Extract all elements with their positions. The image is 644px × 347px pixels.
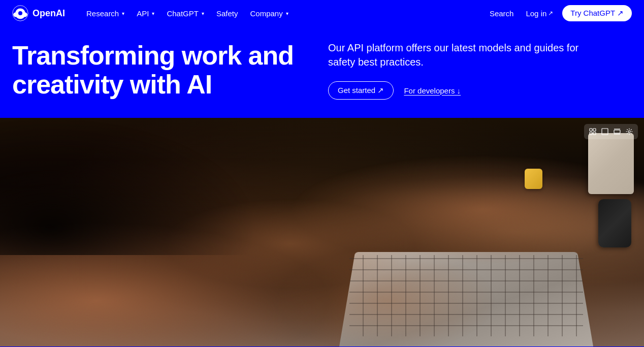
nav-links: Research ▾ API ▾ ChatGPT ▾ Safety Compan… [81, 6, 485, 21]
research-chevron-icon: ▾ [122, 11, 124, 16]
svg-rect-7 [614, 130, 620, 133]
svg-rect-2 [590, 129, 592, 131]
notebook-prop [588, 133, 634, 194]
toolbar-icon-1[interactable] [587, 126, 598, 137]
hero-section: Transforming work and creativity with AI… [0, 26, 644, 118]
hero-photo [0, 118, 644, 346]
login-arrow-icon: ↗ [548, 10, 553, 17]
toolbar-icon-settings[interactable] [624, 126, 635, 137]
watch-prop [525, 169, 542, 189]
logo-text: OpenAI [33, 8, 65, 19]
try-chatgpt-button[interactable]: Try ChatGPT ↗ [562, 5, 632, 21]
svg-rect-4 [590, 132, 592, 135]
search-link[interactable]: Search [485, 6, 519, 21]
hero-right: Our API platform offers our latest model… [328, 41, 632, 100]
svg-rect-5 [593, 132, 596, 135]
image-toolbar [584, 124, 638, 139]
svg-rect-3 [593, 129, 596, 131]
svg-point-10 [628, 131, 630, 133]
hero-description: Our API platform offers our latest model… [328, 41, 592, 69]
api-chevron-icon: ▾ [152, 11, 154, 16]
nav-company[interactable]: Company ▾ [245, 6, 293, 21]
chatgpt-chevron-icon: ▾ [202, 11, 204, 16]
svg-rect-6 [602, 129, 608, 135]
hero-image-section [0, 118, 644, 346]
toolbar-icon-2[interactable] [599, 126, 610, 137]
logo-link[interactable]: OpenAI [12, 5, 65, 21]
nav-research[interactable]: Research ▾ [81, 6, 130, 21]
hand-overlay [0, 118, 644, 346]
nav-safety[interactable]: Safety [211, 6, 243, 21]
nav-api[interactable]: API ▾ [132, 6, 159, 21]
hero-actions: Get started ↗ For developers ↓ [328, 81, 632, 100]
nav-chatgpt[interactable]: ChatGPT ▾ [162, 6, 209, 21]
login-link[interactable]: Log in ↗ [521, 6, 558, 21]
navbar: OpenAI Research ▾ API ▾ ChatGPT ▾ Safety… [0, 0, 644, 26]
hero-title: Transforming work and creativity with AI [12, 41, 316, 99]
phone-prop [598, 199, 631, 247]
get-started-button[interactable]: Get started ↗ [328, 81, 394, 100]
openai-logo-icon [12, 5, 28, 21]
company-chevron-icon: ▾ [286, 11, 288, 16]
toolbar-icon-3[interactable] [611, 126, 623, 137]
for-developers-button[interactable]: For developers ↓ [404, 86, 461, 95]
svg-point-1 [18, 11, 22, 15]
nav-right: Search Log in ↗ Try ChatGPT ↗ [485, 5, 632, 21]
dark-overlay [0, 118, 257, 255]
hero-left: Transforming work and creativity with AI [12, 41, 316, 99]
